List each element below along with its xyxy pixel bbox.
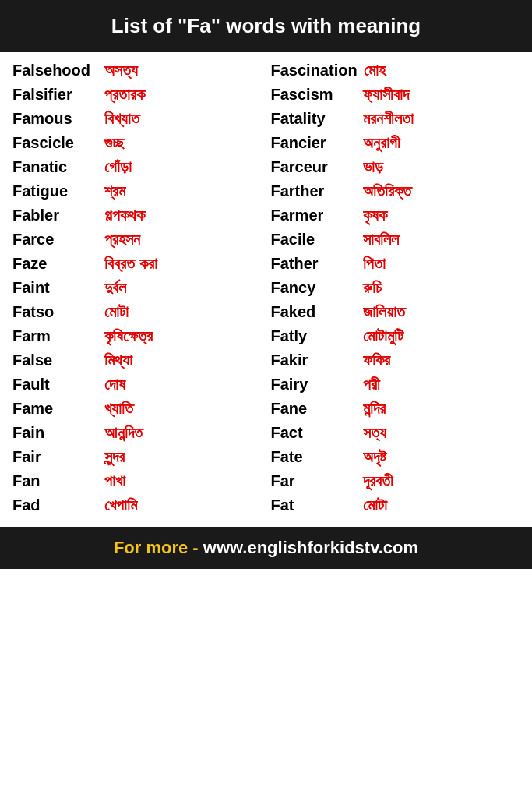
english-word: Famous: [12, 110, 98, 128]
footer: For more - www.englishforkidstv.com: [0, 527, 532, 569]
left-column: Falsehoodঅসত্যFalsifierপ্রতারকFamousবিখ্…: [8, 58, 266, 517]
bengali-meaning: প্রতারক: [104, 86, 145, 104]
list-item: Fatlyমোটামুটি: [266, 324, 525, 348]
list-item: Falsifierপ্রতারক: [8, 83, 266, 107]
list-item: Faneমন্দির: [266, 397, 525, 421]
bengali-meaning: মিথ্যা: [104, 351, 132, 369]
english-word: Fair: [12, 448, 98, 466]
list-item: Farmকৃষিক্ষেত্র: [8, 324, 266, 348]
bengali-meaning: ফকির: [363, 351, 390, 369]
english-word: Fanatic: [12, 158, 98, 176]
list-item: Fancierঅনুরাগী: [266, 131, 525, 155]
bengali-meaning: মোটা: [104, 303, 129, 321]
bengali-meaning: অসত্য: [104, 62, 138, 79]
bengali-meaning: পাখা: [104, 472, 125, 490]
bengali-meaning: খেপামি: [104, 496, 137, 514]
list-item: Fartherঅতিরিক্ত: [266, 179, 525, 203]
bengali-meaning: অদৃষ্ট: [363, 448, 386, 466]
english-word: Farm: [12, 327, 98, 345]
bengali-meaning: পরী: [363, 376, 380, 394]
bengali-meaning: মোটামুটি: [363, 327, 403, 345]
english-word: Fascism: [271, 86, 357, 104]
bengali-meaning: পিতা: [363, 255, 386, 273]
english-word: Farce: [12, 231, 98, 249]
list-item: Fakirফকির: [266, 348, 525, 373]
right-column: FascinationমোহFascismফ্যাসীবাদFatalityমর…: [266, 58, 525, 517]
bengali-meaning: সাবলিল: [363, 231, 399, 249]
english-word: Fan: [12, 472, 98, 490]
list-item: Famousবিখ্যাত: [8, 107, 266, 131]
english-word: Fatso: [12, 303, 98, 321]
bengali-meaning: ফ্যাসীবাদ: [363, 86, 409, 104]
list-item: Fablerগল্পকথক: [8, 203, 266, 228]
list-item: Fanপাখা: [8, 469, 266, 493]
bengali-meaning: অতিরিক্ত: [363, 182, 411, 200]
english-word: Fakir: [271, 351, 357, 369]
bengali-meaning: সত্য: [363, 424, 386, 442]
bengali-meaning: শ্রম: [104, 182, 125, 200]
english-word: Fascination: [271, 62, 358, 79]
english-word: Fane: [271, 400, 357, 418]
bengali-meaning: মোটা: [363, 496, 387, 514]
list-item: Fatsoমোটা: [8, 300, 266, 324]
english-word: Farmer: [271, 207, 357, 224]
bengali-meaning: কৃষক: [363, 207, 387, 224]
english-word: Fate: [271, 448, 357, 466]
english-word: Fad: [12, 496, 98, 514]
list-item: Fascicleগুচ্ছ: [8, 131, 266, 155]
bengali-meaning: খ্যাতি: [104, 400, 133, 418]
english-word: Father: [271, 255, 357, 273]
content-grid: Falsehoodঅসত্যFalsifierপ্রতারকFamousবিখ্…: [0, 52, 532, 524]
english-word: Falsehood: [12, 62, 98, 79]
bengali-meaning: দোষ: [104, 376, 125, 394]
list-item: Fanaticগোঁড়া: [8, 155, 266, 179]
bengali-meaning: আনন্দিত: [104, 424, 143, 442]
list-item: Fatalityমরনশীলতা: [266, 107, 525, 131]
bengali-meaning: অনুরাগী: [363, 134, 400, 152]
list-item: Fadখেপামি: [8, 493, 266, 517]
bengali-meaning: ভাড়: [363, 158, 383, 176]
bengali-meaning: গুচ্ছ: [104, 134, 125, 152]
list-item: Fatমোটা: [266, 493, 525, 517]
english-word: Far: [271, 472, 357, 490]
english-word: Faint: [12, 279, 98, 297]
list-item: Fascinationমোহ: [266, 58, 525, 83]
english-word: False: [12, 351, 98, 369]
bengali-meaning: দুর্বল: [104, 279, 126, 297]
list-item: Farceপ্রহসন: [8, 228, 266, 252]
list-item: Fancyরুচি: [266, 276, 525, 300]
bengali-meaning: মোহ: [364, 62, 386, 79]
english-word: Falsifier: [12, 86, 98, 104]
list-item: Fazeবিব্রত করা: [8, 252, 266, 276]
list-item: Fameখ্যাতি: [8, 397, 266, 421]
list-item: Fairসুন্দর: [8, 445, 266, 469]
bengali-meaning: রুচি: [363, 279, 382, 297]
english-word: Fatly: [271, 327, 357, 345]
english-word: Fabler: [12, 207, 98, 224]
english-word: Fact: [271, 424, 357, 442]
list-item: Faultদোষ: [8, 373, 266, 397]
list-item: Fatigueশ্রম: [8, 179, 266, 203]
bengali-meaning: দূরবতী: [363, 472, 393, 490]
english-word: Faked: [271, 303, 357, 321]
footer-url: www.englishforkidstv.com: [203, 538, 418, 557]
list-item: Factসত্য: [266, 421, 525, 445]
list-item: Fairyপরী: [266, 373, 525, 397]
list-item: Fainআনন্দিত: [8, 421, 266, 445]
header-title: List of "Fa" words with meaning: [111, 14, 421, 37]
list-item: Farmerকৃষক: [266, 203, 525, 228]
english-word: Fatality: [271, 110, 357, 128]
bengali-meaning: গল্পকথক: [104, 207, 145, 224]
english-word: Fault: [12, 376, 98, 394]
bengali-meaning: প্রহসন: [104, 231, 140, 249]
bengali-meaning: কৃষিক্ষেত্র: [104, 327, 153, 345]
english-word: Fancier: [271, 134, 357, 152]
bengali-meaning: গোঁড়া: [104, 158, 132, 176]
english-word: Farceur: [271, 158, 357, 176]
english-word: Fame: [12, 400, 98, 418]
bengali-meaning: মন্দির: [363, 400, 386, 418]
list-item: Fatherপিতা: [266, 252, 525, 276]
list-item: Fateঅদৃষ্ট: [266, 445, 525, 469]
list-item: Fakedজালিয়াত: [266, 300, 525, 324]
list-item: Facileসাবলিল: [266, 228, 525, 252]
